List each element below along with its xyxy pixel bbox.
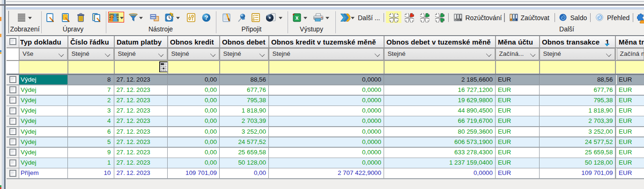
svg-text:?: ? [204,14,208,21]
svg-text:x: x [295,15,298,21]
